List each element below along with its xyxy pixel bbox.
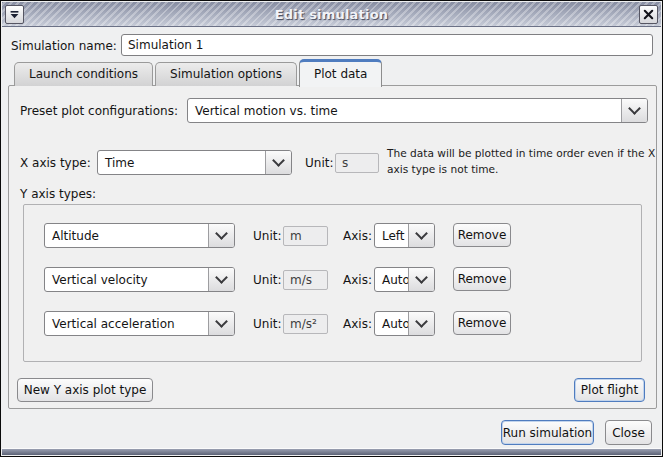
unit-value: m/s²	[283, 314, 328, 334]
y-axis-types-label: Y axis types:	[20, 187, 96, 201]
new-y-axis-plot-type-button[interactable]: New Y axis plot type	[17, 378, 153, 402]
chevron-down-icon	[415, 227, 428, 240]
combo-arrow-button[interactable]	[265, 151, 291, 174]
axis-label: Axis:	[343, 317, 372, 331]
y-axis-type-select[interactable]: Vertical velocity	[44, 267, 235, 292]
y-axis-selected-value: Altitude	[45, 224, 208, 247]
chevron-down-icon	[215, 227, 228, 240]
axis-label: Axis:	[343, 273, 372, 287]
axis-select[interactable]: Auto	[374, 267, 435, 292]
close-dialog-button[interactable]: Close	[605, 420, 652, 445]
combo-arrow-button[interactable]	[408, 312, 434, 335]
remove-button[interactable]: Remove	[453, 311, 511, 335]
y-axis-type-select[interactable]: Altitude	[44, 223, 235, 248]
preset-label: Preset plot configurations:	[20, 104, 178, 118]
combo-arrow-button[interactable]	[208, 268, 234, 291]
axis-label: Axis:	[343, 229, 372, 243]
unit-label: Unit:	[253, 317, 281, 331]
unit-label: Unit:	[253, 229, 281, 243]
x-axis-type-select[interactable]: Time	[97, 150, 292, 175]
y-axis-selected-value: Vertical acceleration	[45, 312, 208, 335]
run-simulation-button[interactable]: Run simulation	[501, 420, 594, 445]
tab-bar: Launch conditions Simulation options Plo…	[14, 58, 384, 86]
titlebar[interactable]: Edit simulation	[2, 2, 661, 27]
unit-value: m	[283, 226, 328, 246]
window-title: Edit simulation	[27, 7, 636, 22]
remove-button[interactable]: Remove	[453, 223, 511, 247]
combo-arrow-button[interactable]	[408, 268, 434, 291]
preset-plot-configurations-select[interactable]: Vertical motion vs. time	[187, 98, 648, 123]
time-order-note: The data will be plotted in time order e…	[387, 146, 659, 178]
close-icon	[643, 9, 654, 20]
tab-plot-data[interactable]: Plot data	[299, 59, 382, 87]
combo-arrow-button[interactable]	[208, 312, 234, 335]
y-axis-types-group: Altitude Unit: m Axis: Left Remove Verti…	[23, 204, 642, 362]
axis-select[interactable]: Auto	[374, 311, 435, 336]
y-axis-selected-value: Vertical velocity	[45, 268, 208, 291]
combo-arrow-button[interactable]	[208, 224, 234, 247]
chevron-down-icon	[215, 271, 228, 284]
chevron-down-icon	[272, 154, 285, 167]
x-axis-unit-value: s	[335, 153, 379, 173]
axis-selected-value: Auto	[375, 312, 408, 335]
axis-selected-value: Auto	[375, 268, 408, 291]
edit-simulation-dialog: Edit simulation Simulation name: Launch …	[0, 0, 663, 457]
axis-selected-value: Left	[375, 224, 408, 247]
plot-data-panel: Preset plot configurations: Vertical mot…	[8, 85, 657, 409]
tab-launch-conditions[interactable]: Launch conditions	[14, 62, 153, 86]
y-axis-type-select[interactable]: Vertical acceleration	[44, 311, 235, 336]
unit-label: Unit:	[253, 273, 281, 287]
remove-button[interactable]: Remove	[453, 267, 511, 291]
window-bottom-frame	[2, 448, 661, 455]
simulation-name-label: Simulation name:	[11, 39, 117, 53]
unit-value: m/s	[283, 270, 328, 290]
combo-arrow-button[interactable]	[621, 99, 647, 122]
x-axis-selected-value: Time	[98, 151, 265, 174]
tab-simulation-options[interactable]: Simulation options	[155, 62, 297, 86]
chevron-down-icon	[415, 271, 428, 284]
window-menu-button[interactable]	[5, 5, 24, 24]
combo-arrow-button[interactable]	[408, 224, 434, 247]
x-axis-unit-label: Unit:	[305, 156, 333, 170]
plot-flight-button[interactable]: Plot flight	[574, 378, 645, 402]
chevron-down-icon	[415, 315, 428, 328]
x-axis-type-label: X axis type:	[20, 156, 91, 170]
preset-selected-value: Vertical motion vs. time	[188, 99, 621, 122]
axis-select[interactable]: Left	[374, 223, 435, 248]
window-menu-icon	[9, 9, 20, 20]
chevron-down-icon	[215, 315, 228, 328]
simulation-name-input[interactable]	[121, 34, 653, 56]
close-button[interactable]	[639, 5, 658, 24]
chevron-down-icon	[628, 102, 641, 115]
